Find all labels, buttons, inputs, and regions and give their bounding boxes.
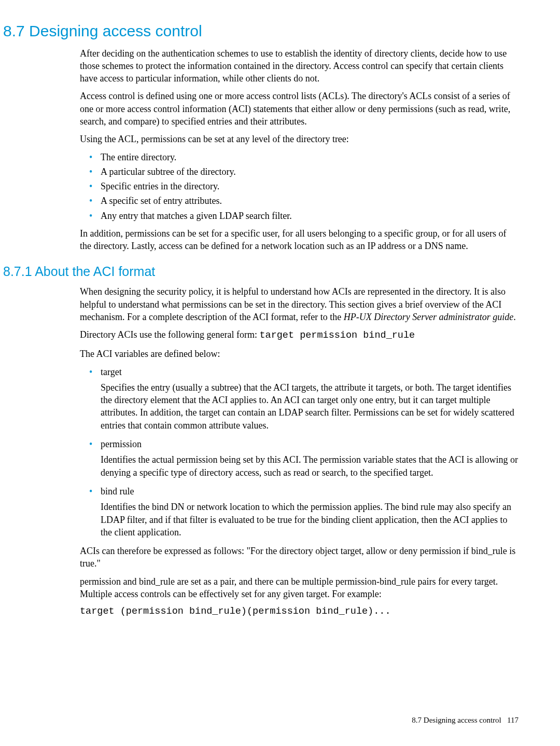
- page-footer: 8.7 Designing access control 117: [412, 715, 519, 725]
- paragraph: When designing the security policy, it i…: [80, 285, 519, 323]
- code-block: target (permission bind_rule)(permission…: [80, 605, 519, 618]
- term: permission: [101, 439, 142, 449]
- subsection-heading: 8.7.1 About the ACI format: [3, 263, 519, 281]
- subsection-title: About the ACI format: [35, 264, 155, 279]
- term: bind rule: [101, 486, 134, 496]
- list-item: Any entry that matches a given LDAP sear…: [80, 210, 519, 222]
- paragraph: Access control is defined using one or m…: [80, 90, 519, 128]
- definition-body: Identifies the bind DN or network locati…: [101, 501, 519, 538]
- paragraph: Using the ACL, permissions can be set at…: [80, 133, 519, 145]
- permission-level-list: The entire directory. A particular subtr…: [80, 151, 519, 222]
- paragraph: The ACI variables are defined below:: [80, 348, 519, 360]
- footer-page-number: 117: [507, 716, 519, 724]
- subsection-number: 8.7.1: [3, 264, 32, 279]
- list-item: Specific entries in the directory.: [80, 180, 519, 192]
- paragraph-text: Directory ACIs use the following general…: [80, 329, 259, 340]
- footer-section-label: 8.7 Designing access control: [412, 716, 501, 724]
- definition-body: Specifies the entry (usually a subtree) …: [101, 381, 519, 432]
- section-title: Designing access control: [29, 22, 202, 39]
- list-item: bind rule Identifies the bind DN or netw…: [80, 485, 519, 538]
- term: target: [101, 367, 122, 377]
- list-item: The entire directory.: [80, 151, 519, 163]
- list-item: permission Identifies the actual permiss…: [80, 438, 519, 479]
- paragraph: In addition, permissions can be set for …: [80, 227, 519, 253]
- paragraph: permission and bind_rule are set as a pa…: [80, 575, 519, 601]
- list-item: A specific set of entry attributes.: [80, 195, 519, 207]
- definition-body: Identifies the actual permission being s…: [101, 453, 519, 479]
- paragraph: ACIs can therefore be expressed as follo…: [80, 545, 519, 570]
- paragraph: After deciding on the authentication sch…: [80, 47, 519, 85]
- section-number: 8.7: [3, 22, 25, 39]
- list-item: target Specifies the entry (usually a su…: [80, 366, 519, 432]
- list-item: A particular subtree of the directory.: [80, 165, 519, 178]
- section-heading: 8.7 Designing access control: [3, 21, 519, 42]
- inline-code: target permission bind_rule: [259, 330, 415, 341]
- aci-variable-list: target Specifies the entry (usually a su…: [80, 366, 519, 539]
- paragraph: Directory ACIs use the following general…: [80, 328, 519, 342]
- paragraph-text: .: [513, 312, 516, 322]
- cited-title: HP-UX Directory Server administrator gui…: [344, 312, 513, 322]
